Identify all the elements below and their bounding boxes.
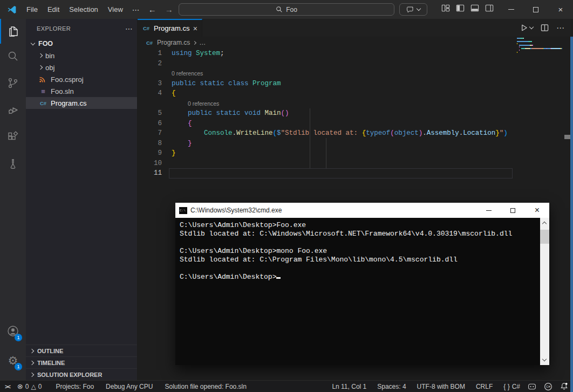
section-solution-explorer[interactable]: SOLUTION EXPLORER	[26, 368, 137, 380]
menu-edit[interactable]: Edit	[43, 3, 64, 16]
line-number: 5	[138, 108, 162, 119]
scroll-down-icon[interactable]	[542, 357, 547, 361]
tree-item-bin[interactable]: bin	[26, 50, 137, 61]
tree-root-foo[interactable]: FOO	[26, 38, 137, 50]
settings-gear-icon[interactable]: ⚙ 1	[0, 348, 26, 373]
code-token: typeof	[366, 129, 390, 137]
svg-text:C#: C#	[546, 384, 550, 388]
csharp-status-icon[interactable]: C#	[540, 381, 556, 392]
nav-back-button[interactable]: ←	[144, 4, 161, 15]
menu-view[interactable]: View	[103, 3, 128, 16]
cmd-terminal-output[interactable]: C:\Users\Admin\Desktop>Foo.exeStdlib loc…	[175, 218, 540, 365]
editor-scrollbar-thumb[interactable]	[564, 135, 570, 139]
tab-close-icon[interactable]: ×	[193, 24, 197, 33]
indentation-status[interactable]: Spaces: 4	[373, 381, 410, 392]
menu-overflow-button[interactable]: ⋯	[128, 3, 144, 16]
codelens-references[interactable]: 0 references	[138, 68, 515, 79]
cmd-window[interactable]: C:\ C:\Windows\System32\cmd.exe × C:\Use…	[175, 203, 549, 365]
terminal-line: C:\Users\Admin\Desktop>Foo.exe	[180, 221, 540, 230]
remote-indicator[interactable]: ><	[1, 381, 13, 392]
cmd-scrollbar-thumb[interactable]	[540, 230, 549, 244]
command-center-search[interactable]: Foo	[179, 3, 394, 16]
tree-item-foo-csproj[interactable]: Foo.csproj	[26, 73, 137, 85]
explorer-icon[interactable]	[0, 19, 26, 44]
notifications-bell-icon[interactable]	[556, 381, 572, 392]
menu-selection[interactable]: Selection	[64, 3, 103, 16]
code-token: Main	[265, 109, 281, 117]
source-control-icon[interactable]	[0, 71, 26, 95]
tab-program-cs[interactable]: C# Program.cs ×	[138, 19, 202, 37]
scroll-up-icon[interactable]	[542, 222, 547, 226]
toggle-panel-icon[interactable]	[470, 4, 479, 12]
line-number: 11	[138, 168, 162, 178]
cmd-close-button[interactable]: ×	[525, 203, 549, 218]
minimap-line	[517, 43, 564, 44]
cmd-minimize-button[interactable]	[476, 203, 501, 218]
tree-item-label: bin	[45, 52, 54, 60]
nav-forward-button[interactable]: →	[161, 4, 178, 15]
codelens-references[interactable]: 0 references	[138, 99, 515, 109]
run-debug-icon[interactable]	[0, 98, 26, 122]
terminal-line: C:\Users\Admin\Desktop>mono Foo.exe	[180, 247, 540, 256]
cmd-titlebar[interactable]: C:\ C:\Windows\System32\cmd.exe ×	[175, 203, 549, 218]
explorer-sidebar: EXPLORER ⋯ FOO bin obj Foo.csproj ≡ Foo.…	[26, 19, 138, 380]
copilot-status-icon[interactable]	[524, 381, 540, 392]
minimap-token	[519, 46, 520, 47]
code-token: }	[495, 129, 500, 137]
code-token: "Stdlib located at:	[281, 129, 362, 137]
code-token: public static class	[172, 80, 253, 87]
sidebar-title: EXPLORER	[37, 25, 125, 32]
maximize-button[interactable]	[523, 0, 548, 19]
line-number: 8	[138, 139, 162, 149]
chevron-right-icon	[38, 65, 43, 70]
breadcrumb-file[interactable]: Program.cs	[157, 39, 190, 46]
tree-item-obj[interactable]: obj	[26, 61, 137, 73]
breadcrumb[interactable]: C# Program.cs …	[138, 37, 571, 49]
accounts-icon[interactable]: 1	[0, 319, 26, 343]
chevron-down-icon	[529, 25, 534, 29]
debug-config-status[interactable]: Debug Any CPU	[102, 381, 156, 392]
eol-status[interactable]: CRLF	[472, 381, 496, 392]
tree-item-foo-sln[interactable]: ≡ Foo.sln	[26, 85, 137, 97]
current-line-highlight	[169, 168, 513, 178]
code-token: (	[281, 109, 285, 117]
code-line-text: using System;	[162, 49, 224, 59]
language-mode[interactable]: { } C#	[500, 381, 524, 392]
sidebar-more-actions-button[interactable]: ⋯	[125, 24, 133, 33]
customize-layout-icon[interactable]	[441, 4, 450, 12]
section-outline[interactable]: OUTLINE	[26, 345, 137, 356]
breadcrumb-symbol[interactable]: …	[199, 39, 206, 46]
code-editor[interactable]: 1using System;20 references3public stati…	[138, 49, 515, 210]
cmd-scrollbar[interactable]	[540, 218, 549, 365]
minimize-button[interactable]	[499, 0, 523, 19]
code-token	[172, 109, 188, 117]
encoding-status[interactable]: UTF-8 with BOM	[413, 381, 469, 392]
tree-item-label: Program.cs	[51, 99, 86, 107]
testing-icon[interactable]	[0, 152, 26, 176]
solution-status[interactable]: Solution file opened: Foo.sln	[161, 381, 250, 392]
minimap[interactable]	[517, 37, 564, 145]
more-actions-icon[interactable]: ⋯	[556, 23, 564, 33]
run-button[interactable]	[520, 24, 533, 32]
toggle-primary-sidebar-icon[interactable]	[456, 4, 465, 12]
code-token: .	[233, 129, 237, 137]
minimap-token	[517, 48, 521, 49]
tree-item-program-cs[interactable]: C# Program.cs	[26, 97, 137, 109]
projects-status[interactable]: Projects: Foo	[52, 381, 98, 392]
minimap-line	[517, 45, 564, 46]
search-sidebar-icon[interactable]	[0, 44, 26, 68]
toggle-secondary-sidebar-icon[interactable]	[485, 4, 494, 12]
split-editor-icon[interactable]	[541, 24, 549, 32]
terminal-line	[180, 238, 540, 247]
line-number: 6	[138, 119, 162, 129]
cmd-maximize-button[interactable]	[501, 203, 525, 218]
menu-file[interactable]: File	[22, 3, 43, 16]
extensions-icon[interactable]	[0, 125, 26, 149]
copilot-button[interactable]	[399, 3, 427, 16]
code-token: )	[285, 109, 289, 117]
close-button[interactable]: ×	[548, 0, 573, 19]
problems-indicator[interactable]: ⊗ 0 △ 0	[13, 381, 46, 392]
code-line-text: }	[162, 148, 176, 159]
section-timeline[interactable]: TIMELINE	[26, 356, 137, 368]
cursor-position[interactable]: Ln 11, Col 1	[328, 381, 370, 392]
